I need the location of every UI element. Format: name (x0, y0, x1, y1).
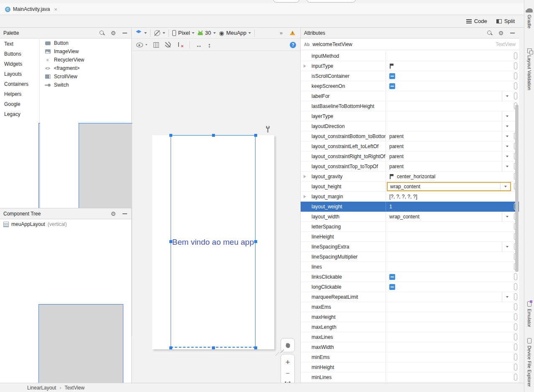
gear-icon[interactable]: ⚙ (110, 30, 117, 36)
attribute-value[interactable]: 1 (386, 202, 512, 211)
dropdown-arrow-icon[interactable] (502, 131, 512, 141)
dropdown-arrow-icon[interactable] (500, 183, 510, 190)
palette-category-widgets[interactable]: Widgets (0, 59, 39, 69)
attribute-value[interactable] (386, 111, 512, 121)
minimize-icon[interactable] (121, 210, 128, 217)
attribute-row[interactable]: maxHeight (301, 312, 519, 322)
attribute-value[interactable] (386, 272, 512, 282)
attribute-value[interactable]: center_horizontal (386, 172, 512, 181)
run-configuration-dropdown[interactable] (273, 0, 299, 3)
dropdown-arrow-icon[interactable] (502, 151, 512, 161)
attribute-value[interactable] (386, 71, 512, 81)
attribute-row[interactable]: maxLength (301, 322, 519, 332)
canvas-area[interactable]: Bem vindo ao meu app + − 1:1 (132, 51, 300, 383)
breadcrumb-item-linearlayout[interactable]: LinearLayout (27, 385, 56, 391)
attribute-value[interactable] (386, 282, 512, 292)
attribute-row[interactable]: minEms (301, 352, 519, 362)
tool-window-button-device-file-explorer[interactable]: Device File Explorer (524, 338, 534, 387)
attribute-row[interactable]: minHeight (301, 362, 519, 372)
attribute-value[interactable]: parent (386, 151, 512, 161)
attribute-value[interactable]: parent (386, 141, 512, 151)
tool-window-button-layout-validation[interactable]: Layout Validation (524, 49, 534, 90)
attribute-value[interactable] (386, 252, 512, 261)
attribute-value[interactable] (386, 312, 512, 322)
attribute-row[interactable]: lineSpacingExtra (301, 242, 519, 252)
palette-item-imageview[interactable]: ImageView (40, 47, 131, 56)
attribute-row[interactable]: lineSpacingMultiplier (301, 252, 519, 262)
attribute-row[interactable]: maxWidth (301, 342, 519, 352)
attribute-row[interactable]: maxLines (301, 332, 519, 342)
search-icon[interactable] (486, 30, 493, 36)
palette-category-layouts[interactable]: Layouts (0, 69, 39, 79)
device-selector-button[interactable]: Pixel (172, 30, 194, 36)
resource-picker-button[interactable] (514, 92, 517, 100)
dropdown-arrow-icon[interactable] (502, 111, 512, 121)
attribute-value[interactable] (386, 51, 512, 61)
tree-item-welcomeTextView[interactable]: AbwelcomeTextView"@string/welcome" (38, 304, 123, 392)
resource-picker-button[interactable] (514, 62, 517, 69)
attribute-row[interactable]: layout_constraintRight_toRightOfparent (301, 151, 519, 161)
attribute-value[interactable] (386, 262, 512, 272)
device-dropdown[interactable] (307, 0, 356, 3)
tree-item-meuAppLayout[interactable]: meuAppLayout(vertical) (0, 220, 131, 228)
resource-picker-button[interactable] (514, 72, 517, 79)
attribute-value[interactable] (386, 292, 512, 302)
palette-item-scrollview[interactable]: ScrollView (40, 72, 131, 81)
resource-picker-button[interactable] (514, 303, 517, 310)
attribute-row[interactable]: maxEms (301, 302, 519, 312)
resource-picker-button[interactable] (514, 374, 517, 381)
toolbar-overflow-button[interactable]: » (280, 30, 282, 36)
resource-picker-button[interactable] (514, 333, 517, 341)
attribute-row[interactable]: labelFor (301, 91, 519, 101)
vertical-orientation-icon[interactable]: ↕ (208, 41, 211, 49)
resource-picker-button[interactable] (514, 293, 517, 300)
attribute-value[interactable]: parent (386, 161, 512, 171)
view-options-button[interactable] (136, 42, 148, 47)
mode-code-button[interactable]: Code (463, 16, 491, 26)
attribute-value[interactable]: [?, ?, ?, ?, ?] (386, 192, 512, 201)
attribute-row[interactable]: lines (301, 262, 519, 272)
selection-handle[interactable] (212, 346, 215, 349)
attribute-value[interactable] (386, 302, 512, 312)
attribute-value[interactable] (386, 332, 512, 342)
selection-handle[interactable] (254, 134, 257, 137)
attribute-value[interactable] (386, 91, 512, 101)
zoom-out-button[interactable]: − (286, 370, 290, 377)
attribute-value[interactable] (386, 322, 512, 332)
attribute-value[interactable] (386, 232, 512, 241)
design-surface-selector-button[interactable] (135, 30, 147, 36)
palette-item-fragment[interactable]: <><fragment> (40, 64, 131, 72)
attribute-value[interactable] (386, 101, 512, 111)
guidelines-icon[interactable] (153, 42, 159, 48)
attribute-row[interactable]: layout_heightwrap_content (301, 182, 519, 192)
attribute-value[interactable] (386, 121, 512, 131)
indeterminate-checkbox[interactable] (389, 274, 395, 280)
theme-selector-button[interactable]: ◉MeuApp (219, 30, 251, 36)
attribute-row[interactable]: longClickable (301, 282, 519, 292)
selection-handle[interactable] (212, 134, 215, 137)
resource-picker-button[interactable] (514, 313, 517, 320)
expander-icon[interactable] (304, 175, 306, 178)
palette-category-text[interactable]: Text (0, 39, 39, 49)
orientation-button[interactable] (154, 30, 165, 36)
warning-icon[interactable] (290, 31, 295, 35)
search-icon[interactable] (99, 30, 105, 36)
attribute-value[interactable] (386, 342, 512, 352)
attribute-row[interactable]: layout_weight1 (301, 202, 519, 212)
attribute-row[interactable]: linksClickable (301, 272, 519, 282)
resource-picker-button[interactable] (514, 323, 517, 331)
resource-picker-button[interactable] (514, 273, 517, 280)
resource-picker-button[interactable] (514, 364, 517, 371)
attribute-value[interactable] (386, 61, 512, 71)
help-icon[interactable]: ? (290, 42, 296, 48)
attribute-row[interactable]: isScrollContainer (301, 71, 519, 81)
selection-handle[interactable] (254, 346, 257, 349)
attribute-row[interactable]: letterSpacing (301, 222, 519, 232)
autoconnect-off-icon[interactable] (165, 42, 171, 48)
focused-value-editor[interactable]: wrap_content (387, 182, 511, 191)
attribute-row[interactable]: layout_gravitycenter_horizontal (301, 172, 519, 182)
palette-category-containers[interactable]: Containers (0, 79, 39, 89)
attribute-value[interactable]: parent (386, 131, 512, 141)
api-selector-button[interactable]: 30 (198, 30, 215, 36)
attribute-row[interactable]: keepScreenOn (301, 81, 519, 91)
